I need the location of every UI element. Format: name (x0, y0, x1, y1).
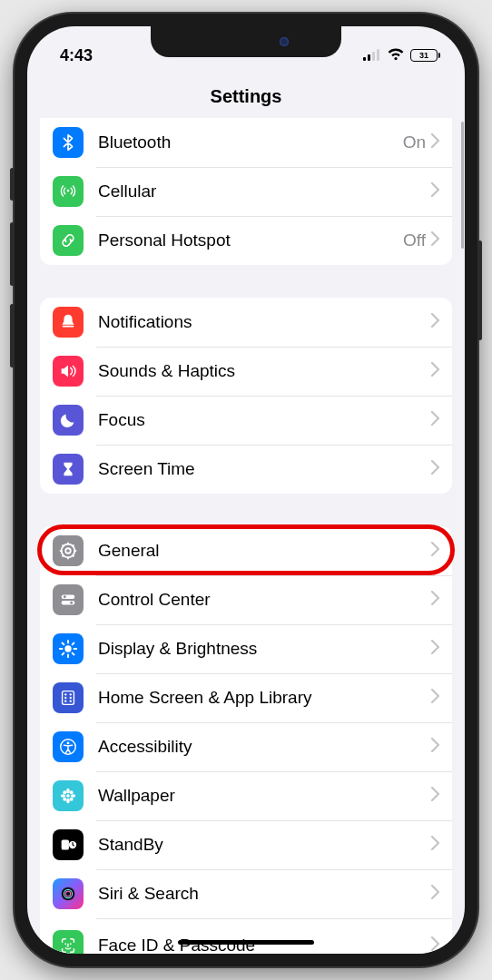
svg-point-35 (70, 700, 72, 701)
battery-percent: 31 (419, 51, 428, 60)
screen: 4:43 31 Settings (27, 26, 465, 954)
chevron-right-icon (431, 738, 439, 756)
settings-scroll[interactable]: Bluetooth On Cellular Personal Hotspot (27, 118, 465, 954)
row-label: Siri & Search (98, 884, 431, 904)
row-screen-time[interactable]: Screen Time (40, 445, 452, 494)
speaker-icon (53, 356, 84, 387)
section-alerts: Notifications Sounds & Haptics Focus (40, 298, 452, 494)
row-general[interactable]: General (40, 526, 452, 575)
svg-point-7 (65, 548, 71, 554)
section-system: General Control Center Display & Brightn… (40, 526, 452, 954)
row-label: Screen Time (98, 459, 431, 479)
siri-icon (53, 878, 84, 909)
chevron-right-icon (431, 362, 439, 380)
home-indicator[interactable] (178, 940, 314, 945)
svg-point-32 (64, 697, 66, 699)
flower-icon (53, 780, 84, 811)
bluetooth-icon (53, 127, 84, 158)
row-label: Wallpaper (98, 786, 431, 806)
svg-point-44 (70, 790, 74, 794)
link-icon (53, 225, 84, 256)
svg-line-26 (73, 653, 74, 655)
row-label: Personal Hotspot (98, 230, 403, 250)
silent-switch (10, 168, 15, 201)
notch (151, 26, 341, 57)
row-faceid-passcode[interactable]: Face ID & Passcode (40, 918, 452, 954)
moon-icon (53, 405, 84, 436)
row-label: Notifications (98, 312, 431, 332)
row-siri-search[interactable]: Siri & Search (40, 869, 452, 918)
row-display-brightness[interactable]: Display & Brightness (40, 624, 452, 673)
row-cellular[interactable]: Cellular (40, 167, 452, 216)
row-control-center[interactable]: Control Center (40, 575, 452, 624)
row-label: Bluetooth (98, 132, 403, 152)
chevron-right-icon (431, 182, 439, 201)
scroll-indicator (461, 122, 464, 249)
svg-point-17 (64, 595, 66, 598)
phone-frame: 4:43 31 Settings (15, 14, 477, 966)
battery-icon: 31 (410, 49, 438, 62)
row-label: Face ID & Passcode (98, 936, 431, 954)
svg-rect-3 (377, 49, 379, 61)
svg-point-52 (64, 943, 66, 945)
row-wallpaper[interactable]: Wallpaper (40, 771, 452, 820)
chevron-right-icon (431, 936, 439, 954)
bell-icon (53, 307, 84, 338)
chevron-right-icon (431, 313, 439, 331)
apps-grid-icon (53, 682, 84, 713)
svg-point-39 (66, 789, 70, 794)
svg-rect-29 (63, 691, 74, 705)
gear-icon (53, 535, 84, 566)
chevron-right-icon (431, 133, 439, 152)
section-connectivity: Bluetooth On Cellular Personal Hotspot (40, 118, 452, 265)
accessibility-icon (53, 731, 84, 762)
svg-rect-5 (63, 326, 74, 328)
row-value: On (403, 132, 426, 152)
wifi-icon (387, 46, 405, 65)
svg-point-34 (64, 700, 66, 701)
status-right: 31 (363, 46, 438, 65)
row-personal-hotspot[interactable]: Personal Hotspot Off (40, 216, 452, 265)
svg-point-43 (63, 790, 66, 794)
svg-rect-0 (363, 57, 366, 61)
svg-point-42 (71, 794, 76, 798)
row-accessibility[interactable]: Accessibility (40, 722, 452, 771)
chevron-right-icon (431, 542, 439, 560)
svg-point-30 (64, 693, 66, 695)
svg-point-38 (66, 794, 70, 798)
row-label: Sounds & Haptics (98, 361, 431, 381)
svg-point-20 (64, 645, 71, 652)
svg-line-28 (73, 642, 74, 644)
svg-line-25 (62, 642, 64, 644)
row-home-screen[interactable]: Home Screen & App Library (40, 673, 452, 722)
row-sounds-haptics[interactable]: Sounds & Haptics (40, 347, 452, 396)
svg-rect-1 (368, 54, 370, 61)
row-label: Cellular (98, 181, 431, 201)
switches-icon (53, 584, 84, 615)
clock: 4:43 (60, 46, 93, 65)
volume-up-button (10, 222, 15, 286)
svg-point-4 (67, 190, 70, 192)
svg-rect-47 (62, 840, 69, 850)
row-focus[interactable]: Focus (40, 396, 452, 445)
row-bluetooth[interactable]: Bluetooth On (40, 118, 452, 167)
svg-point-40 (66, 799, 70, 804)
row-label: Display & Brightness (98, 639, 431, 659)
chevron-right-icon (431, 411, 439, 429)
hourglass-icon (53, 454, 84, 485)
cellular-icon (363, 46, 381, 65)
chevron-right-icon (431, 231, 439, 250)
svg-point-33 (70, 697, 72, 699)
row-standby[interactable]: StandBy (40, 820, 452, 869)
svg-line-27 (62, 653, 64, 655)
row-label: General (98, 541, 431, 561)
row-notifications[interactable]: Notifications (40, 298, 452, 347)
svg-point-31 (70, 693, 72, 695)
chevron-right-icon (431, 460, 439, 478)
svg-point-46 (70, 798, 74, 801)
row-value: Off (403, 230, 426, 250)
svg-point-45 (63, 798, 66, 801)
faceid-icon (53, 930, 84, 954)
chevron-right-icon (431, 591, 439, 609)
sun-icon (53, 633, 84, 664)
